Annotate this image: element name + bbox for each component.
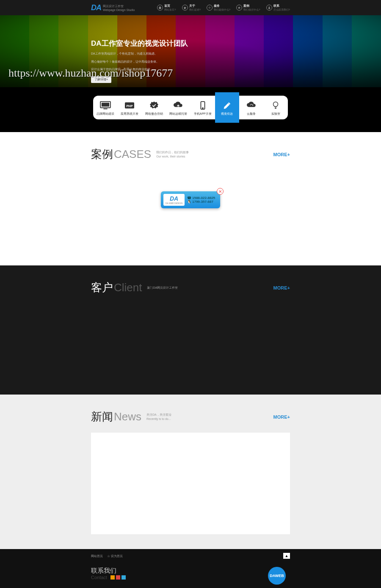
cases-section: 案例 CASES 我们的作品，他们的故事 Our work, their sto…: [0, 132, 381, 265]
nav: 首页网站首页? 关于我们是谁? 服务我们能做什么? 案例我们做过什么? 联系怎么…: [157, 4, 290, 12]
cases-title-en: CASES: [114, 148, 151, 161]
social-icons: [110, 575, 126, 580]
footer-sethome-link[interactable]: ☆ 设为首页: [107, 554, 123, 558]
svg-rect-4: [103, 108, 107, 109]
popup-logo: DA DA WEB DESIGN: [163, 194, 185, 206]
hero-desc-2: 用心做好每个！做最精品的设计，让中高端业务体。: [91, 60, 290, 64]
footer: 网站首页 ☆ 设为首页 ▲ 联系我们 Contact DAWEB 友情链接 友上…: [0, 549, 381, 588]
daweb-badge: DAWEB: [268, 567, 286, 585]
svg-rect-3: [102, 103, 109, 107]
cup-icon: [182, 5, 188, 11]
bulb-icon: [270, 101, 282, 110]
weibo-icon[interactable]: [110, 575, 115, 580]
tencent-icon[interactable]: [121, 575, 126, 580]
qq-icon: 🐧: [187, 200, 191, 204]
services-tabs: 品牌网站建设 PHP 应用系统开发 网络整合营销 网站运维托管 手机APP开发 …: [93, 96, 288, 119]
nav-home[interactable]: 首页网站首页?: [157, 4, 176, 12]
header: DA 网页设计工作室 Webpage Design Studio 首页网站首页?…: [0, 0, 381, 15]
service-visual[interactable]: 视觉传达: [215, 92, 240, 123]
footer-contact-en: Contact: [91, 575, 107, 580]
news-title-cn: 新闻: [91, 409, 113, 424]
phone-icon: [197, 101, 209, 110]
popup-phone[interactable]: ☎1588-022-8825: [187, 196, 215, 200]
service-lab[interactable]: 实验室: [264, 96, 288, 119]
client-content: [91, 295, 290, 380]
phone-icon: ☎: [187, 196, 191, 200]
contact-icon: [266, 5, 272, 11]
pencil-icon: [221, 101, 233, 110]
client-more-link[interactable]: MORE+: [273, 285, 290, 290]
home-icon: [157, 5, 163, 11]
news-more-link[interactable]: MORE+: [273, 414, 290, 420]
service-cloud[interactable]: 云服务: [239, 96, 264, 119]
service-maintain[interactable]: 网站运维托管: [166, 96, 191, 119]
cloud-sync-icon: [246, 101, 257, 110]
cases-title-cn: 案例: [91, 147, 113, 162]
services-wrap: 品牌网站建设 PHP 应用系统开发 网络整合营销 网站运维托管 手机APP开发 …: [0, 87, 381, 132]
footer-contact-cn: 联系我们: [91, 567, 290, 575]
star-icon: [236, 5, 242, 11]
cloud-up-icon: [172, 101, 184, 110]
contact-popup: ✕ DA DA WEB DESIGN ☎1588-022-8825 🐧1799-…: [161, 191, 220, 208]
client-section: 客户 Client 厦门DA网页设计工作室 MORE+: [0, 265, 381, 395]
php-icon: PHP: [124, 101, 135, 110]
watermark: https://www.huzhan.com/ishop17677: [8, 67, 173, 80]
logo[interactable]: DA 网页设计工作室 Webpage Design Studio: [91, 3, 135, 12]
badge-icon: [148, 101, 160, 110]
service-brand[interactable]: 品牌网站建设: [93, 96, 118, 119]
nav-service[interactable]: 服务我们能做什么?: [207, 4, 230, 12]
footer-links: 网站首页 ☆ 设为首页: [91, 554, 290, 558]
svg-point-9: [273, 102, 278, 107]
svg-point-8: [202, 108, 203, 109]
monitor-icon: [99, 101, 111, 110]
logo-mark: DA: [91, 3, 101, 12]
svg-text:PHP: PHP: [127, 104, 133, 108]
logo-text-en: Webpage Design Studio: [103, 8, 135, 11]
footer-graphic: DAWEB: [268, 567, 286, 585]
svg-point-1: [268, 7, 270, 8]
rss-icon[interactable]: [116, 575, 120, 580]
nav-contact[interactable]: 联系怎么联系我们?: [266, 4, 290, 12]
news-title-en: News: [114, 410, 141, 423]
nav-about[interactable]: 关于我们是谁?: [182, 4, 201, 12]
footer-home-link[interactable]: 网站首页: [91, 554, 103, 558]
hero-title: DA工作室专业的视觉设计团队: [91, 39, 290, 48]
service-system[interactable]: PHP 应用系统开发: [118, 96, 142, 119]
news-section: 新闻 News 关注DA，关注前沿 Recently is to do... M…: [0, 395, 381, 549]
popup-qq[interactable]: 🐧1799-357-687: [187, 200, 215, 204]
hero-desc-1: DA工作室高端设计，个性化定制，沟通无所顾虑。: [91, 52, 290, 56]
client-title-cn: 客户: [91, 280, 113, 295]
logo-text-cn: 网页设计工作室: [103, 4, 135, 8]
gear-icon: [207, 5, 213, 11]
scroll-top-button[interactable]: ▲: [283, 553, 290, 559]
cases-more-link[interactable]: MORE+: [273, 152, 290, 157]
popup-close-button[interactable]: ✕: [217, 188, 224, 195]
service-app[interactable]: 手机APP开发: [190, 96, 215, 119]
svg-point-0: [209, 7, 210, 8]
nav-case[interactable]: 案例我们做过什么?: [236, 4, 260, 12]
service-marketing[interactable]: 网络整合营销: [142, 96, 166, 119]
client-title-en: Client: [114, 281, 142, 294]
news-content: [91, 433, 290, 534]
